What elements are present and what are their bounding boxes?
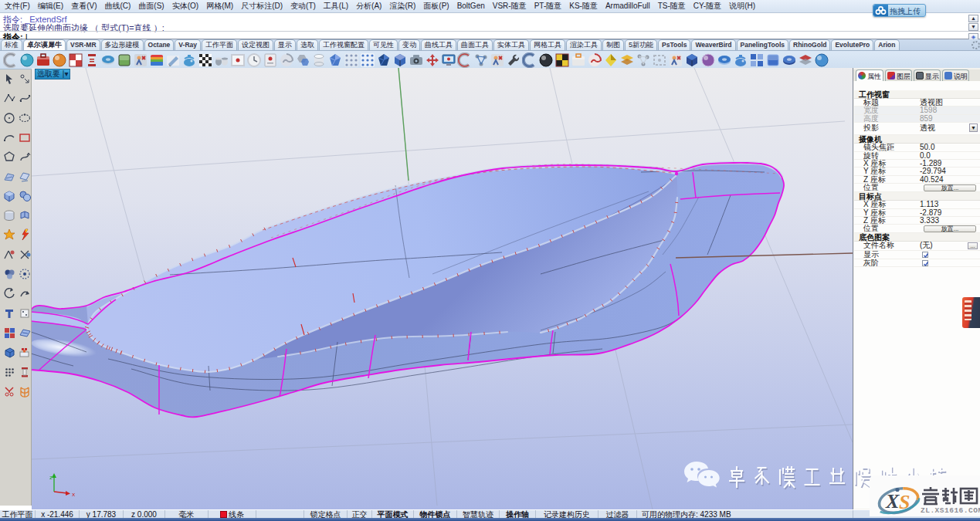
svg-text:z: z xyxy=(49,474,53,481)
svg-text:S: S xyxy=(899,491,910,513)
svg-text:x: x xyxy=(72,491,75,498)
svg-text:ZL.XS1616.COM: ZL.XS1616.COM xyxy=(921,506,980,515)
svg-text:X: X xyxy=(885,490,900,513)
